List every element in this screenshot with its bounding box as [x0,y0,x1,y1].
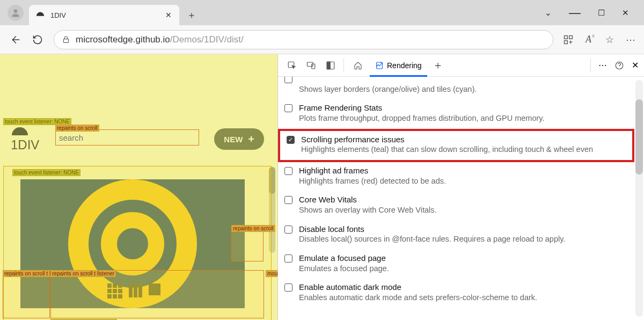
svg-rect-3 [569,35,573,39]
overlay-mouse-r: mou [266,270,277,277]
svg-point-0 [14,9,18,13]
devtools-help-icon[interactable] [614,61,624,70]
plus-icon: + [248,133,254,146]
rendering-option[interactable]: Emulate a focused pageEmulates a focused… [278,250,634,279]
checkbox[interactable] [284,283,292,292]
search-input[interactable] [55,129,199,146]
read-aloud-icon[interactable]: A⁾⁾ [586,34,594,45]
checkbox[interactable] [284,77,292,83]
new-button[interactable]: NEW + [214,128,264,150]
add-tab-icon[interactable]: ＋ [429,57,447,74]
address-bar[interactable]: microsoftedge.github.io/Demos/1DIV/dist/ [54,30,553,49]
apps-icon[interactable] [563,34,574,45]
overlay-repaints-mid: repaints on scroll t listener [50,270,116,277]
rendering-option[interactable]: Scrolling performance issuesHighlights e… [278,129,634,162]
close-tab-icon[interactable]: ✕ [164,11,173,19]
toolbar-right: A⁾⁾ ☆ ⋯ [563,34,635,46]
device-toolbar-icon[interactable] [303,57,320,74]
option-title: Enable automatic dark mode [299,282,628,293]
overlay-touch-label-2: touch event listener: NONE [12,169,80,176]
maximize-icon[interactable]: ☐ [598,8,605,18]
checkbox[interactable] [287,136,295,144]
checkbox[interactable] [284,167,292,175]
new-tab-button[interactable]: ＋ [184,7,200,23]
option-title: Disable local fonts [299,224,628,235]
rendering-option[interactable]: Frame Rendering StatsPlots frame through… [278,99,634,128]
option-title: Frame Rendering Stats [299,103,628,113]
devtools-panel: Rendering ＋ ⋯ ✕ Layer bordersShows layer… [277,54,644,320]
devtools-tabbar: Rendering ＋ ⋯ ✕ [278,54,644,77]
rendering-option[interactable]: Core Web VitalsShows an overlay with Cor… [278,191,634,220]
rendering-icon [375,61,384,70]
tab-welcome[interactable] [348,55,368,76]
back-button[interactable] [9,33,21,46]
option-desc: Enables automatic dark mode and sets pre… [299,293,628,303]
option-desc: Shows layer borders (orange/olive) and t… [299,84,628,94]
devtools-scrollbar[interactable] [635,80,643,317]
devtools-more-icon[interactable]: ⋯ [598,60,607,70]
more-icon[interactable]: ⋯ [626,34,635,46]
option-title: Emulate a focused page [299,253,628,264]
option-title: Scrolling performance issues [301,134,626,145]
option-title: Core Web Vitals [299,194,628,205]
address-url: microsoftedge.github.io/Demos/1DIV/dist/ [76,34,244,45]
devtools-close-icon[interactable]: ✕ [632,60,639,70]
refresh-button[interactable] [31,33,44,46]
window-controls: ⌄ — ☐ ✕ [545,0,644,25]
overlay-repaints-label: repaints on scroll [55,125,99,132]
browser-tab[interactable]: 1DIV ✕ [29,5,179,25]
lock-icon [62,35,70,44]
rendering-option[interactable]: Highlight ad framesHighlights frames (re… [278,162,634,191]
window-titlebar: 1DIV ✕ ＋ ⌄ — ☐ ✕ [0,0,644,25]
svg-rect-9 [327,62,330,69]
option-desc: Shows an overlay with Core Web Vitals. [299,205,628,215]
svg-rect-1 [63,39,68,42]
checkbox[interactable] [284,226,292,234]
option-title: Highlight ad frames [299,165,628,176]
checkbox[interactable] [284,196,292,204]
minimize-icon[interactable]: — [569,6,581,20]
overlay-repaints-2: repaints on scroll [231,225,275,232]
rendering-option[interactable]: Enable automatic dark modeEnables automa… [278,279,634,308]
option-desc: Highlights elements (teal) that can slow… [301,144,626,155]
new-button-label: NEW [224,135,243,144]
rendering-option[interactable]: Layer bordersShows layer borders (orange… [278,77,634,99]
option-desc: Emulates a focused page. [299,264,628,274]
dock-side-icon[interactable] [322,57,339,74]
profile-avatar[interactable] [8,5,24,21]
tab-rendering[interactable]: Rendering [370,55,427,76]
rendering-option[interactable]: Disable local fontsDisables local() sour… [278,221,634,250]
tab-title: 1DIV [50,11,159,19]
rendering-options-list: Layer bordersShows layer borders (orange… [278,77,634,320]
logo-text: 1DIV [11,137,39,152]
option-desc: Plots frame throughput, dropped frames d… [299,113,628,123]
svg-rect-4 [565,40,568,43]
inspect-element-icon[interactable] [283,57,301,74]
tab-favicon-icon [35,10,45,20]
option-desc: Highlights frames (red) detected to be a… [299,176,628,186]
svg-rect-6 [308,62,313,67]
svg-rect-2 [565,35,568,39]
close-window-icon[interactable]: ✕ [622,8,629,18]
chevron-down-icon[interactable]: ⌄ [545,8,552,18]
rendering-tab-label: Rendering [387,61,422,70]
browser-toolbar: microsoftedge.github.io/Demos/1DIV/dist/… [0,25,644,54]
page-viewport: touch event listener: NONE 1DIV repaints… [0,54,277,320]
option-desc: Disables local() sources in @font-face r… [299,234,628,244]
checkbox[interactable] [284,254,292,263]
favorite-icon[interactable]: ☆ [605,34,614,46]
checkbox[interactable] [284,104,292,112]
